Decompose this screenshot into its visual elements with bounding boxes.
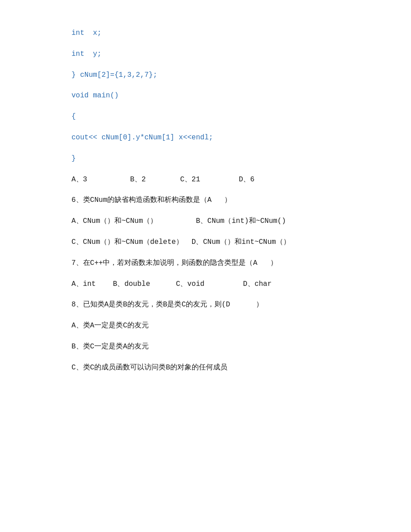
question-7-options: A、int B、double C、void D、char	[71, 278, 375, 291]
content-area: int x; int y; } cNum[2]={1,3,2,7}; void …	[71, 27, 375, 382]
code-line-3: } cNum[2]={1,3,2,7};	[71, 69, 375, 82]
question-6-options-ab: A、CNum（）和~CNum（） B、CNum（int)和~CNum()	[71, 215, 375, 228]
code-line-6: cout<< cNum[0].y*cNum[1] x<<endl;	[71, 131, 375, 144]
code-line-1: int x;	[71, 27, 375, 40]
code-line-4: void main()	[71, 89, 375, 102]
question-8-option-b: B、类C一定是类A的友元	[71, 340, 375, 353]
question-8: 8、已知类A是类B的友元，类B是类C的友元，则(D ）	[71, 298, 375, 311]
question-8-option-c: C、类C的成员函数可以访问类B的对象的任何成员	[71, 361, 375, 374]
question-6: 6、类CNum的缺省构造函数和析构函数是（A ）	[71, 194, 375, 207]
answer-options-5: A、3 B、2 C、21 D、6	[71, 173, 375, 186]
code-line-7: }	[71, 152, 375, 165]
code-line-5: {	[71, 110, 375, 123]
question-7: 7、在C++中，若对函数未加说明，则函数的隐含类型是（A ）	[71, 257, 375, 270]
question-8-option-a: A、类A一定是类C的友元	[71, 319, 375, 332]
question-6-options-cd: C、CNum（）和~CNum（delete） D、CNum（）和int~CNum…	[71, 236, 375, 249]
code-line-2: int y;	[71, 48, 375, 61]
